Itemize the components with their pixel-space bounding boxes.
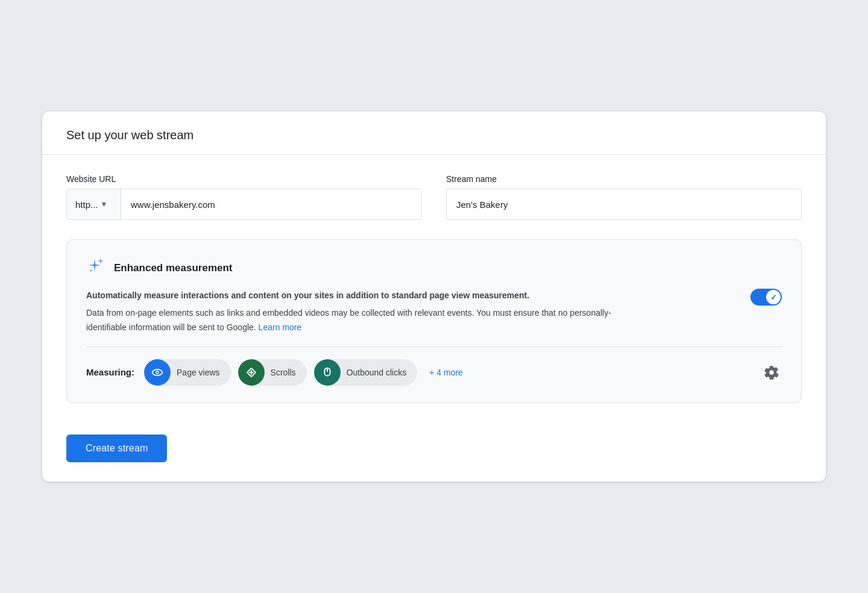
toggle-thumb: ✓ (766, 290, 781, 304)
scrolls-chip[interactable]: Scrolls (238, 359, 307, 386)
enhanced-divider (86, 347, 782, 347)
website-url-label: Website URL (66, 174, 422, 184)
website-url-group: Website URL http... ▼ (66, 174, 422, 220)
toggle-check-icon: ✓ (770, 293, 777, 302)
enhanced-description-bold: Automatically measure interactions and c… (86, 289, 617, 303)
svg-point-2 (157, 371, 159, 373)
enhanced-measurement-box: Enhanced measurement Automatically measu… (66, 239, 802, 403)
url-input-row: http... ▼ (66, 189, 422, 220)
page-title: Set up your web stream (66, 128, 802, 142)
enhanced-toggle[interactable]: ✓ (750, 289, 782, 306)
stream-name-input[interactable] (446, 189, 802, 220)
url-domain-input[interactable] (121, 189, 421, 219)
more-link[interactable]: + 4 more (429, 368, 463, 377)
outbound-clicks-chip[interactable]: Outbound clicks (314, 359, 418, 386)
outbound-clicks-icon-bg (314, 359, 341, 386)
mouse-icon (321, 366, 334, 379)
enhanced-description-text: Data from on-page elements such as links… (86, 308, 611, 331)
protocol-dropdown[interactable]: http... ▼ (67, 189, 121, 219)
measuring-row: Measuring: Page views (86, 359, 782, 386)
url-stream-row: Website URL http... ▼ Stream name (66, 174, 802, 220)
setup-card: Set up your web stream Website URL http.… (42, 111, 826, 481)
scrolls-label: Scrolls (265, 368, 307, 377)
sparkle-icon (86, 257, 105, 279)
page-views-chip[interactable]: Page views (144, 359, 231, 386)
measuring-label: Measuring: (86, 367, 134, 377)
enhanced-description: Automatically measure interactions and c… (86, 289, 617, 334)
learn-more-link[interactable]: Learn more (259, 322, 302, 332)
gear-icon (764, 365, 779, 380)
outbound-clicks-label: Outbound clicks (341, 368, 418, 377)
scrolls-icon-bg (238, 359, 265, 386)
card-header: Set up your web stream (42, 111, 826, 155)
card-body: Website URL http... ▼ Stream name (42, 155, 826, 422)
stream-name-group: Stream name (446, 174, 802, 220)
enhanced-header: Enhanced measurement (86, 257, 782, 279)
enhanced-content: Automatically measure interactions and c… (86, 289, 782, 334)
page-views-label: Page views (171, 368, 231, 377)
stream-name-label: Stream name (446, 174, 802, 184)
protocol-label: http... (75, 199, 98, 210)
measuring-settings-button[interactable] (761, 362, 782, 383)
diamond-icon (245, 366, 258, 379)
chevron-down-icon: ▼ (101, 200, 108, 209)
create-stream-button[interactable]: Create stream (66, 435, 167, 462)
enhanced-title: Enhanced measurement (114, 262, 233, 274)
card-footer: Create stream (42, 422, 826, 482)
eye-icon (151, 366, 164, 379)
page-views-icon-bg (144, 359, 171, 386)
enhanced-toggle-wrapper: ✓ (750, 289, 782, 306)
